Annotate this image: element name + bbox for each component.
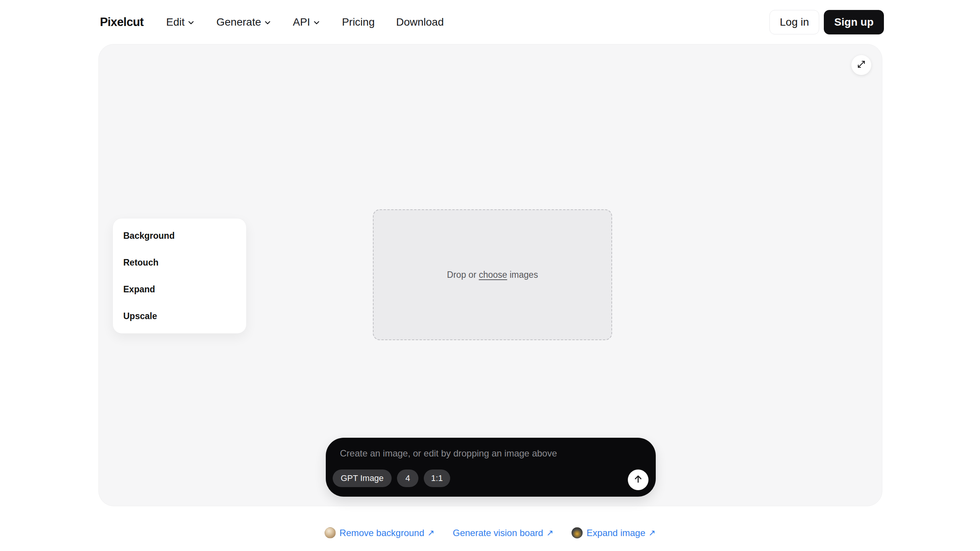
tools-panel: Background Retouch Expand Upscale: [113, 218, 247, 334]
quick-link-label: Expand image: [586, 528, 645, 538]
submit-prompt-button[interactable]: [628, 469, 648, 490]
nav-item-label: Edit: [166, 16, 185, 28]
main-nav: Edit Generate API Pricing: [166, 0, 444, 44]
nav-item-edit[interactable]: Edit: [166, 16, 195, 28]
chevron-down-icon: [187, 18, 195, 26]
tool-item-expand[interactable]: Expand: [113, 276, 246, 303]
nav-item-generate[interactable]: Generate: [216, 16, 271, 28]
dropzone-text: Drop or choose images: [447, 270, 538, 280]
chevron-down-icon: [264, 18, 271, 26]
aspect-ratio-pill[interactable]: 1:1: [424, 469, 450, 487]
fullscreen-button[interactable]: [851, 55, 871, 75]
pixelcut-home: Pixelcut Edit Generate API: [0, 0, 980, 551]
arrow-up-icon: [633, 474, 644, 486]
nav-item-label: Download: [396, 16, 444, 28]
tool-item-upscale[interactable]: Upscale: [113, 303, 246, 329]
choose-images-link[interactable]: choose: [479, 270, 507, 280]
prompt-options: GPT Image 4 1:1: [333, 469, 450, 487]
prompt-input[interactable]: Create an image, or edit by dropping an …: [340, 448, 557, 459]
expand-image-thumbnail: [572, 527, 583, 538]
tool-item-retouch[interactable]: Retouch: [113, 249, 246, 276]
chevron-down-icon: [313, 18, 320, 26]
auth-buttons: Log in Sign up: [769, 0, 884, 44]
expand-icon: [857, 60, 866, 70]
generate-vision-board-link[interactable]: Generate vision board ↗: [453, 528, 554, 538]
model-pill[interactable]: GPT Image: [333, 469, 392, 487]
external-link-arrow-icon: ↗: [648, 528, 655, 538]
editor-canvas: Background Retouch Expand Upscale Drop o…: [98, 44, 882, 506]
image-count-pill[interactable]: 4: [397, 469, 418, 487]
signup-button[interactable]: Sign up: [824, 10, 884, 34]
nav-item-label: Pricing: [342, 16, 375, 28]
external-link-arrow-icon: ↗: [546, 528, 553, 538]
header: Pixelcut Edit Generate API: [0, 0, 980, 44]
expand-image-link[interactable]: Expand image ↗: [572, 527, 655, 538]
dropzone-suffix: images: [507, 270, 538, 280]
quick-link-label: Generate vision board: [453, 528, 543, 538]
nav-item-label: Generate: [216, 16, 261, 28]
external-link-arrow-icon: ↗: [427, 528, 434, 538]
tool-item-background[interactable]: Background: [113, 222, 246, 249]
remove-background-thumbnail: [325, 527, 336, 538]
nav-item-api[interactable]: API: [293, 16, 320, 28]
brand-logo[interactable]: Pixelcut: [100, 0, 144, 44]
remove-background-link[interactable]: Remove background ↗: [325, 527, 434, 538]
prompt-bar: Create an image, or edit by dropping an …: [326, 438, 656, 497]
dropzone-prefix: Drop or: [447, 270, 479, 280]
nav-item-pricing[interactable]: Pricing: [342, 16, 375, 28]
login-button[interactable]: Log in: [769, 10, 819, 34]
quick-links-row: Remove background ↗ Generate vision boar…: [0, 527, 980, 538]
image-dropzone[interactable]: Drop or choose images: [373, 209, 612, 340]
nav-item-download[interactable]: Download: [396, 16, 444, 28]
quick-link-label: Remove background: [340, 528, 424, 538]
nav-item-label: API: [293, 16, 310, 28]
